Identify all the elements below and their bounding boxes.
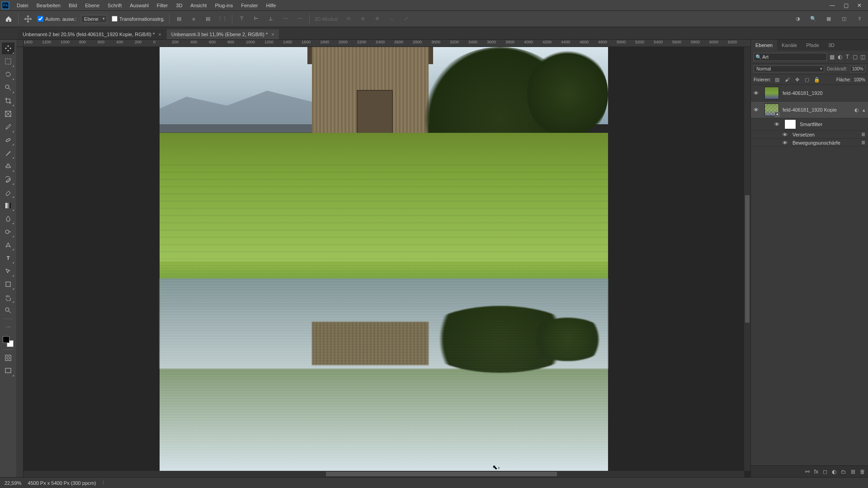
filter-effects-toggle-icon[interactable]: ◐ bbox=[854, 107, 859, 113]
blur-tool[interactable] bbox=[2, 213, 14, 225]
filter-blend-0-icon[interactable]: ≣ bbox=[861, 131, 865, 137]
tab-paths[interactable]: Pfade bbox=[802, 40, 824, 51]
filter-visibility-1[interactable]: 👁 bbox=[783, 140, 789, 145]
close-tab-1-icon[interactable]: × bbox=[158, 32, 161, 37]
menu-select[interactable]: Auswahl bbox=[126, 1, 153, 10]
layer-thumb-0[interactable] bbox=[764, 87, 779, 99]
scrollbar-h-thumb[interactable] bbox=[326, 472, 557, 476]
status-zoom[interactable]: 22,59% bbox=[5, 480, 21, 486]
filter-pixel-icon[interactable]: ▦ bbox=[830, 53, 835, 61]
menu-edit[interactable]: Bearbeiten bbox=[33, 1, 65, 10]
smart-filters-header[interactable]: 👁 Smartfilter bbox=[751, 118, 868, 131]
search-icon[interactable]: 🔍 bbox=[808, 14, 818, 23]
layer-row-1[interactable]: 👁 ▣ feld-406181_1920 Kopie ◐ ▴ bbox=[751, 102, 868, 118]
status-doc-info[interactable]: 4500 Px x 5400 Px (300 ppcm) bbox=[28, 480, 96, 486]
window-maximize[interactable]: ▢ bbox=[839, 1, 853, 10]
filter-type-icon[interactable]: T bbox=[845, 53, 850, 61]
distribute-h-icon[interactable]: ⋮⋮ bbox=[217, 14, 227, 23]
hand-tool[interactable] bbox=[2, 291, 14, 303]
lock-artboard-icon[interactable]: ▢ bbox=[803, 76, 811, 83]
opacity-value[interactable]: 100% bbox=[850, 66, 865, 72]
filter-blend-1-icon[interactable]: ≣ bbox=[861, 140, 865, 145]
window-minimize[interactable]: — bbox=[826, 1, 839, 10]
menu-layer[interactable]: Ebene bbox=[81, 1, 104, 10]
lock-pixels-icon[interactable]: 🖌 bbox=[783, 76, 791, 83]
type-tool[interactable]: T bbox=[2, 252, 14, 264]
move-tool[interactable] bbox=[2, 42, 14, 54]
auto-select-target-dropdown[interactable]: Ebene bbox=[81, 15, 107, 23]
fill-value[interactable]: 100% bbox=[854, 77, 865, 82]
align-center-h-icon[interactable]: ≡ bbox=[189, 14, 198, 23]
frame-tool[interactable] bbox=[2, 108, 14, 120]
brush-tool[interactable] bbox=[2, 147, 14, 159]
menu-file[interactable]: Datei bbox=[13, 1, 33, 10]
scrollbar-vertical[interactable] bbox=[744, 47, 750, 471]
auto-select-checkbox[interactable]: Autom. ausw.: bbox=[38, 16, 76, 22]
delete-layer-icon[interactable]: 🗑 bbox=[860, 469, 865, 475]
blend-mode-dropdown[interactable]: Normal bbox=[754, 66, 824, 72]
layer-row-0[interactable]: 👁 feld-406181_1920 bbox=[751, 85, 868, 102]
document-canvas[interactable]: ⬉+ bbox=[160, 47, 608, 471]
tab-3d[interactable]: 3D bbox=[824, 40, 839, 51]
layer-filter-input[interactable] bbox=[754, 53, 827, 61]
history-brush-tool[interactable] bbox=[2, 174, 14, 185]
window-close[interactable]: ✕ bbox=[853, 1, 866, 10]
gradient-tool[interactable] bbox=[2, 200, 14, 211]
eyedropper-tool[interactable] bbox=[2, 121, 14, 133]
lock-position-icon[interactable]: ✥ bbox=[793, 76, 801, 83]
tab-channels[interactable]: Kanäle bbox=[777, 40, 802, 51]
filter-row-1[interactable]: 👁 Bewegungsunschärfe ≣ bbox=[751, 139, 868, 147]
layer-visibility-0[interactable]: 👁 bbox=[754, 90, 761, 96]
heal-tool[interactable] bbox=[2, 134, 14, 146]
filter-adjust-icon[interactable]: ◐ bbox=[837, 53, 842, 61]
menu-type[interactable]: Schrift bbox=[104, 1, 126, 10]
dodge-tool[interactable] bbox=[2, 226, 14, 238]
close-tab-2-icon[interactable]: × bbox=[271, 32, 274, 37]
menu-image[interactable]: Bild bbox=[65, 1, 81, 10]
menu-window[interactable]: Fenster bbox=[237, 1, 262, 10]
align-bottom-icon[interactable]: ⊥ bbox=[266, 14, 276, 23]
ruler-origin[interactable] bbox=[16, 40, 24, 47]
shape-tool[interactable] bbox=[2, 278, 14, 290]
pen-tool[interactable] bbox=[2, 239, 14, 251]
quick-mask-icon[interactable] bbox=[2, 352, 14, 364]
arrange-icon[interactable]: ◫ bbox=[839, 14, 849, 23]
screen-mode-icon[interactable] bbox=[2, 365, 14, 377]
link-layers-icon[interactable]: ⚯ bbox=[805, 469, 810, 475]
layer-fx-icon[interactable]: fx bbox=[814, 469, 818, 475]
eraser-tool[interactable] bbox=[2, 187, 14, 198]
filter-row-0[interactable]: 👁 Versetzen ≣ bbox=[751, 131, 868, 139]
filter-visibility-0[interactable]: 👁 bbox=[783, 132, 789, 137]
document-tab-1[interactable]: Unbenannt-2 bei 20,5% (feld-406181_1920 … bbox=[18, 29, 166, 39]
edit-toolbar-icon[interactable]: ⋯ bbox=[2, 321, 14, 333]
adjustment-layer-icon[interactable]: ◐ bbox=[832, 469, 836, 475]
ruler-vertical[interactable] bbox=[16, 47, 24, 477]
new-layer-icon[interactable]: ⊞ bbox=[851, 469, 855, 475]
layer-name-1[interactable]: feld-406181_1920 Kopie bbox=[783, 107, 851, 113]
lasso-tool[interactable] bbox=[2, 69, 14, 80]
menu-filter[interactable]: Filter bbox=[153, 1, 172, 10]
align-right-icon[interactable]: ▤ bbox=[203, 14, 213, 23]
status-info-flyout-icon[interactable]: 〉 bbox=[102, 479, 107, 486]
color-swatches[interactable] bbox=[3, 336, 14, 347]
transform-controls-input[interactable] bbox=[112, 16, 118, 22]
transform-controls-checkbox[interactable]: Transformationsstrg. bbox=[112, 16, 165, 22]
align-center-v-icon[interactable]: ⊢ bbox=[251, 14, 261, 23]
zoom-tool[interactable] bbox=[2, 305, 14, 316]
layer-mask-icon[interactable]: ◻ bbox=[823, 469, 827, 475]
more-align-icon[interactable]: ⋯ bbox=[295, 14, 305, 23]
align-top-icon[interactable]: ⊤ bbox=[237, 14, 247, 23]
scrollbar-horizontal[interactable] bbox=[24, 471, 744, 477]
lock-all-icon[interactable]: 🔒 bbox=[813, 76, 821, 83]
expand-effects-icon[interactable]: ▴ bbox=[863, 107, 865, 113]
layer-group-icon[interactable]: 🗀 bbox=[841, 469, 846, 475]
marquee-tool[interactable] bbox=[2, 56, 14, 67]
share-icon[interactable]: ⇪ bbox=[854, 14, 864, 23]
menu-view[interactable]: Ansicht bbox=[186, 1, 211, 10]
path-select-tool[interactable] bbox=[2, 265, 14, 277]
ruler-horizontal[interactable]: 1400120010008006004002000200400600800100… bbox=[24, 40, 750, 47]
canvas-viewport[interactable]: ⬉+ bbox=[24, 47, 744, 471]
layer-thumb-1[interactable]: ▣ bbox=[764, 103, 779, 116]
home-button[interactable] bbox=[4, 14, 14, 24]
crop-tool[interactable] bbox=[2, 95, 14, 107]
